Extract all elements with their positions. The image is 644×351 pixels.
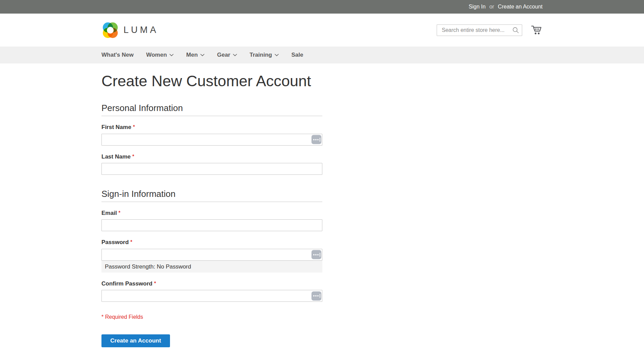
or-text: or — [489, 4, 494, 10]
label-text: Email — [101, 210, 117, 216]
nav-item-label: Sale — [291, 52, 303, 58]
autofill-icon[interactable] — [311, 291, 321, 300]
chevron-down-icon — [200, 54, 205, 56]
password-field: Password* Password Strength: No Password — [101, 239, 322, 272]
chevron-down-icon — [274, 54, 279, 56]
required-asterisk: * — [132, 153, 134, 159]
chevron-down-icon — [233, 54, 237, 56]
cart-icon — [530, 31, 543, 37]
nav-item-label: Training — [250, 52, 272, 58]
password-strength-meter: Password Strength: No Password — [101, 261, 322, 273]
nav-item-gear[interactable]: Gear — [217, 47, 237, 63]
nav-item-training[interactable]: Training — [250, 47, 279, 63]
luma-logo[interactable]: LUMA — [101, 22, 158, 38]
sign-in-link[interactable]: Sign In — [469, 4, 486, 10]
nav-item-label: Gear — [217, 52, 230, 58]
confirm-password-input[interactable] — [101, 290, 322, 302]
confirm-password-field: Confirm Password* — [101, 280, 322, 302]
cart-button[interactable] — [530, 23, 543, 37]
nav-item-sale[interactable]: Sale — [291, 47, 303, 63]
first-name-input[interactable] — [101, 134, 322, 146]
nav-item-women[interactable]: Women — [146, 47, 174, 63]
email-label: Email* — [101, 210, 322, 217]
required-asterisk: * — [133, 124, 135, 129]
email-field: Email* — [101, 210, 322, 231]
top-panel: Sign In or Create an Account — [0, 0, 644, 14]
nav-item-whats-new[interactable]: What's New — [101, 47, 134, 63]
label-text: Confirm Password — [101, 280, 152, 287]
label-text: Password — [101, 239, 129, 245]
last-name-field: Last Name* — [101, 153, 322, 175]
first-name-field: First Name* — [101, 124, 322, 145]
label-text: Last Name — [101, 153, 131, 160]
create-account-button[interactable]: Create an Account — [101, 334, 170, 347]
password-input[interactable] — [101, 249, 322, 261]
password-label: Password* — [101, 239, 322, 246]
email-input[interactable] — [101, 219, 322, 231]
form-actions: Create an Account — [101, 334, 322, 347]
label-text: First Name — [101, 124, 131, 130]
main-content: Create New Customer Account Personal Inf… — [101, 73, 543, 347]
personal-information-heading: Personal Information — [101, 103, 322, 116]
search-box — [437, 24, 522, 36]
luma-logo-text: LUMA — [124, 25, 158, 35]
first-name-label: First Name* — [101, 124, 322, 131]
confirm-password-label: Confirm Password* — [101, 280, 322, 287]
page-title: Create New Customer Account — [101, 73, 543, 90]
signin-information-heading: Sign-in Information — [101, 189, 322, 202]
nav-item-label: What's New — [101, 52, 134, 58]
last-name-label: Last Name* — [101, 153, 322, 160]
create-account-form: Personal Information First Name* Last Na… — [101, 103, 322, 347]
search-input[interactable] — [437, 24, 522, 36]
nav-item-label: Women — [146, 52, 167, 58]
autofill-icon[interactable] — [311, 135, 321, 144]
nav-item-label: Men — [186, 52, 198, 58]
search-icon[interactable] — [512, 26, 520, 34]
autofill-icon[interactable] — [311, 250, 321, 259]
main-nav: What's New Women Men Gear Training — [0, 47, 644, 63]
required-asterisk: * — [118, 210, 120, 215]
chevron-down-icon — [169, 54, 174, 56]
header: LUMA — [0, 14, 644, 47]
create-account-link[interactable]: Create an Account — [498, 4, 543, 10]
nav-item-men[interactable]: Men — [186, 47, 205, 63]
required-asterisk: * — [154, 280, 156, 286]
required-fields-note: * Required Fields — [101, 314, 322, 320]
last-name-input[interactable] — [101, 163, 322, 175]
luma-logo-icon — [101, 22, 119, 38]
required-asterisk: * — [130, 239, 132, 244]
